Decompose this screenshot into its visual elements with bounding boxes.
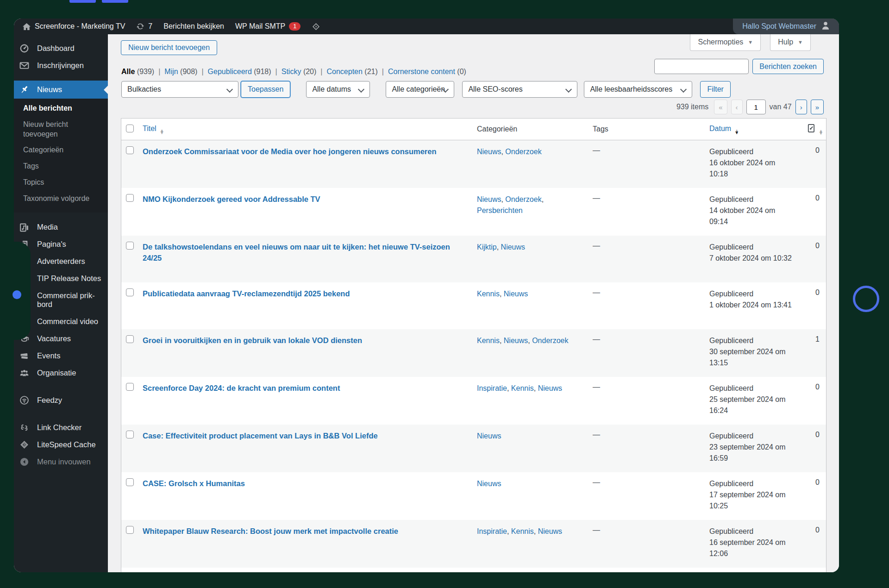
rss-icon [19, 395, 29, 405]
row-checkbox[interactable] [126, 335, 134, 343]
category-link[interactable]: Inspiratie [477, 384, 507, 392]
category-link[interactable]: Kijktip [477, 243, 497, 251]
category-link[interactable]: Nieuws [477, 432, 501, 440]
post-title-link[interactable]: Groei in vooruitkijken en in gebruik van… [143, 336, 362, 344]
sidebar-item-menu-invouwen[interactable]: Menu invouwen [14, 453, 108, 470]
sidebar-item-nieuws[interactable]: Nieuws [14, 81, 108, 99]
post-status: Gepubliceerd [709, 288, 795, 300]
litespeed-adminbar-icon[interactable] [312, 22, 320, 31]
categories-filter-select[interactable]: Alle categorieën [386, 81, 454, 98]
view-posts-link[interactable]: Berichten bekijken [163, 22, 224, 31]
first-page-button[interactable]: « [714, 100, 727, 114]
count-cell: 0 [800, 140, 826, 188]
sidebar-item-feedzy[interactable]: Feedzy [14, 392, 108, 409]
view-filter-alle[interactable]: Alle (939) [121, 68, 154, 76]
submenu-item-nieuw-bericht-toevoegen[interactable]: Nieuw bericht toevoegen [23, 117, 103, 143]
category-link[interactable]: Nieuws [504, 337, 528, 344]
account-menu[interactable]: Hallo Spot Webmaster [733, 19, 839, 34]
row-checkbox[interactable] [126, 431, 134, 438]
sidebar-item-inschrijvingen[interactable]: Inschrijvingen [14, 57, 108, 74]
next-page-button[interactable]: › [795, 100, 807, 114]
date-cell: Gepubliceerd1 oktober 2024 om 13:41 [705, 282, 800, 329]
row-checkbox[interactable] [126, 288, 134, 296]
post-title-link[interactable]: De talkshowstoelendans en veel nieuws om… [143, 243, 450, 262]
row-checkbox[interactable] [126, 478, 134, 486]
post-status: Gepubliceerd [709, 146, 795, 157]
row-checkbox[interactable] [126, 194, 134, 202]
count-cell: 0 [800, 520, 826, 568]
post-title-link[interactable]: NMO Kijkonderzoek gereed voor Addressabl… [143, 195, 320, 203]
site-menu[interactable]: Screenforce - Marketing TV [22, 22, 125, 31]
total-pages-label: van 47 [770, 103, 792, 111]
current-page-input[interactable] [746, 100, 766, 114]
category-link[interactable]: Nieuws [477, 480, 501, 488]
sort-by-title[interactable]: Titel▲▼ [143, 125, 164, 132]
post-title-link[interactable]: CASE: Grolsch x Humanitas [143, 479, 245, 488]
post-title-link[interactable]: Publicatiedata aanvraag TV-reclamezendti… [143, 289, 350, 298]
sidebar-item-litespeed-cache[interactable]: LiteSpeed Cache [14, 436, 108, 453]
row-checkbox[interactable] [126, 383, 134, 391]
wp-mail-smtp-menu[interactable]: WP Mail SMTP 1 [235, 22, 301, 31]
row-checkbox[interactable] [126, 146, 134, 154]
category-link[interactable]: Onderzoek [532, 337, 568, 344]
bulk-actions-select[interactable]: Bulkacties [121, 81, 238, 98]
view-filter-sticky[interactable]: Sticky (20) [282, 68, 317, 76]
submenu-item-topics[interactable]: Topics [23, 175, 103, 191]
category-link[interactable]: Kennis [511, 527, 534, 535]
dates-filter-select[interactable]: Alle datums [306, 81, 370, 98]
row-checkbox[interactable] [126, 526, 134, 534]
help-tab[interactable]: Hulp ▼ [770, 34, 811, 51]
category-link[interactable]: Kennis [477, 337, 500, 344]
view-filter-mijn[interactable]: Mijn (908) [164, 68, 197, 76]
view-filter-concepten[interactable]: Concepten (21) [326, 68, 377, 76]
category-link[interactable]: Kennis [511, 384, 534, 392]
apply-button[interactable]: Toepassen [241, 81, 290, 98]
category-link[interactable]: Kennis [477, 290, 500, 298]
update-refresh-icon [136, 22, 144, 31]
post-title-link[interactable]: Whitepaper Blauw Research: Boost jouw me… [143, 527, 398, 535]
sidebar-item-media[interactable]: Media [14, 219, 108, 236]
prev-page-button[interactable]: ‹ [731, 100, 743, 114]
seo-scores-filter-select[interactable]: Alle SEO-scores [462, 81, 577, 98]
sidebar-item-organisatie[interactable]: Organisatie [14, 364, 108, 382]
sidebar-item-dashboard[interactable]: Dashboard [14, 40, 108, 57]
last-page-button[interactable]: » [811, 100, 824, 114]
posts-table: Titel▲▼ Categorieën Tags Datum▲▼ ▲▼ Onde… [121, 118, 826, 572]
screen-options-tab[interactable]: Schermopties ▼ [690, 34, 761, 51]
search-posts-input[interactable] [654, 59, 749, 74]
select-all-checkbox[interactable] [126, 125, 134, 132]
category-link[interactable]: Nieuws [477, 148, 501, 156]
media-icon [19, 223, 29, 232]
row-checkbox[interactable] [126, 242, 134, 250]
updates-indicator[interactable]: 7 [136, 22, 152, 31]
sidebar-item-events[interactable]: Events [14, 347, 108, 364]
category-link[interactable]: Nieuws [501, 243, 525, 251]
category-link[interactable]: Persberichten [477, 206, 523, 214]
collapse-icon [19, 457, 29, 467]
sort-by-date[interactable]: Datum▲▼ [709, 125, 739, 132]
post-title-link[interactable]: Onderzoek Commissariaat voor de Media ov… [143, 147, 437, 156]
category-link[interactable]: Nieuws [538, 384, 562, 392]
post-title-link[interactable]: Case: Effectiviteit product placement va… [143, 432, 378, 440]
submenu-item-alle-berichten[interactable]: Alle berichten [23, 100, 103, 117]
category-link[interactable]: Onderzoek [505, 148, 541, 156]
category-link[interactable]: Inspiratie [477, 527, 507, 535]
submenu-item-taxonomie-volgorde[interactable]: Taxonomie volgorde [23, 191, 103, 207]
document-arrow-column-icon[interactable] [807, 127, 815, 135]
readability-filter-select[interactable]: Alle leesbaarheidsscores [584, 81, 692, 98]
search-posts-button[interactable]: Berichten zoeken [752, 59, 824, 74]
view-filter-cornerstone-content[interactable]: Cornerstone content (0) [388, 68, 466, 76]
posts-list-page: Schermopties ▼ Hulp ▼ Nieuw bericht toev… [108, 34, 839, 572]
post-status: Gepubliceerd [709, 431, 795, 442]
category-link[interactable]: Onderzoek [505, 195, 541, 203]
submenu-item-tags[interactable]: Tags [23, 158, 103, 175]
category-link[interactable]: Nieuws [538, 527, 562, 535]
sidebar-item-link-checker[interactable]: Link Checker [14, 419, 108, 436]
add-new-post-button[interactable]: Nieuw bericht toevoegen [121, 40, 217, 55]
post-title-link[interactable]: Screenforce Day 2024: de kracht van prem… [143, 384, 340, 392]
view-filter-gepubliceerd[interactable]: Gepubliceerd (918) [208, 68, 271, 76]
filter-button[interactable]: Filter [700, 81, 731, 98]
submenu-item-categorie-n[interactable]: Categorieën [23, 142, 103, 158]
category-link[interactable]: Nieuws [477, 195, 501, 203]
category-link[interactable]: Nieuws [504, 290, 528, 298]
